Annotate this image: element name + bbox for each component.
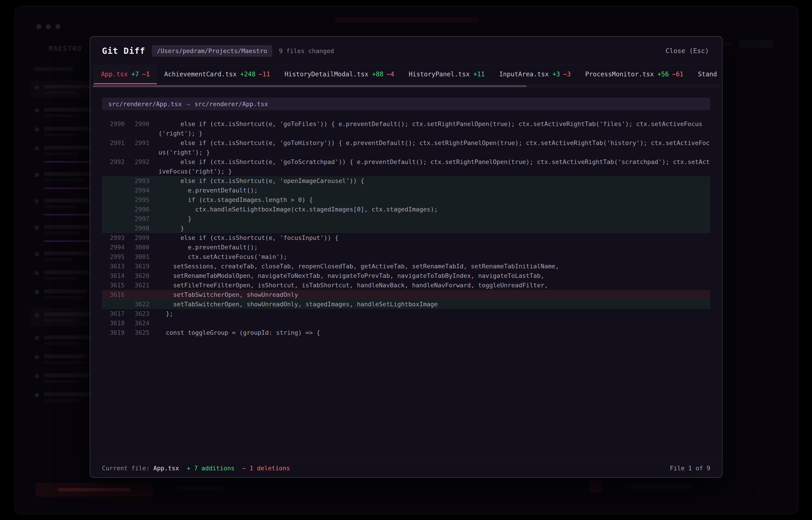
footer-deletions: − 1 deletions [242, 465, 290, 472]
line-number-new: 2999 [125, 233, 149, 242]
git-diff-modal: Git Diff /Users/pedram/Projects/Maestro … [90, 36, 722, 478]
line-number-old: 3617 [102, 309, 125, 318]
tab-filename: App.tsx [101, 71, 128, 78]
modal-title: Git Diff [102, 46, 145, 56]
file-tab-app-tsx[interactable]: App.tsx+7−1 [94, 65, 157, 84]
line-number-new: 2998 [125, 224, 149, 233]
line-number-old: 3614 [102, 271, 125, 281]
diff-row-context: 29912991 else if (ctx.isShortcut(e, 'goT… [102, 138, 710, 157]
file-tab-historydetailmodal-tsx[interactable]: HistoryDetailModal.tsx+88−4 [277, 65, 401, 84]
line-number-new: 3000 [125, 242, 149, 252]
code-line: ctx.handleSetLightboxImage(ctx.stagedIma… [149, 205, 710, 214]
code-line: } [149, 224, 710, 233]
diff-row-add: 2995 if (ctx.stagedImages.length > 0) { [102, 195, 710, 205]
file-path-from: src/renderer/App.tsx [108, 101, 182, 107]
line-number-new: 3621 [125, 281, 149, 290]
modal-spacer [90, 337, 722, 459]
tab-deletions: −4 [387, 71, 394, 78]
tab-deletions: −3 [563, 71, 571, 78]
tab-filename: HistoryPanel.tsx [409, 71, 470, 78]
arrow-icon: → [186, 101, 190, 107]
line-number-old [102, 186, 125, 195]
tab-filename: HistoryDetailModal.tsx [285, 71, 368, 78]
tab-additions: +11 [473, 71, 485, 78]
diff-row-context: 36193625 const toggleGroup = (groupId: s… [102, 328, 710, 337]
code-line: setRenameTabModalOpen, navigateToNextTab… [149, 271, 710, 281]
code-line: } [149, 214, 710, 224]
tab-filename: ProcessMonitor.tsx [585, 71, 654, 78]
tab-additions: +3 [552, 71, 560, 78]
repo-path-badge: /Users/pedram/Projects/Maestro [152, 45, 272, 57]
file-tab-processmonitor-tsx[interactable]: ProcessMonitor.tsx+56−61 [578, 65, 691, 84]
code-line: setTabSwitcherOpen, showUnreadOnly [149, 290, 710, 300]
line-number-old: 3615 [102, 281, 125, 290]
diff-row-context: 29932999 else if (ctx.isShortcut(e, 'foc… [102, 233, 710, 242]
code-line: e.preventDefault(); [149, 186, 710, 195]
code-line: else if (ctx.isShortcut(e, 'openImageCar… [149, 176, 710, 186]
file-position-indicator: File 1 of 9 [670, 465, 710, 472]
modal-footer: Current file: App.tsx + 7 additions − 1 … [90, 459, 722, 477]
line-number-new: 3623 [125, 309, 149, 318]
diff-row-add: 2993 else if (ctx.isShortcut(e, 'openIma… [102, 176, 710, 186]
line-number-old: 2994 [102, 242, 125, 252]
diff-row-context: 36173623 }; [102, 309, 710, 318]
line-number-new: 2997 [125, 214, 149, 224]
line-number-new: 2991 [125, 138, 149, 157]
line-number-old: 3618 [102, 318, 125, 328]
modal-header: Git Diff /Users/pedram/Projects/Maestro … [90, 36, 722, 65]
code-line [149, 318, 710, 328]
tab-additions: +7 [131, 71, 139, 78]
line-number-old: 2992 [102, 157, 125, 176]
line-number-old: 3616 [102, 290, 125, 300]
diff-row-del: 3616 setTabSwitcherOpen, showUnreadOnly [102, 290, 710, 300]
line-number-new: 3622 [125, 300, 149, 309]
tabbar-scrollbar-thumb[interactable] [93, 85, 527, 87]
file-rename-header: src/renderer/App.tsx → src/renderer/App.… [102, 98, 710, 110]
file-tab-achievementcard-tsx[interactable]: AchievementCard.tsx+248−11 [157, 65, 277, 84]
line-number-new: 2995 [125, 195, 149, 205]
diff-row-context: 36183624 [102, 318, 710, 328]
tab-deletions: −11 [259, 71, 270, 78]
diff-row-context: 36133619 setSessions, createTab, closeTa… [102, 262, 710, 271]
line-number-new: 3620 [125, 271, 149, 281]
files-changed-count: 9 files changed [279, 47, 334, 54]
line-number-new: 3619 [125, 262, 149, 271]
code-line: if (ctx.stagedImages.length > 0) { [149, 195, 710, 205]
line-number-new: 3001 [125, 252, 149, 262]
code-line: else if (ctx.isShortcut(e, 'focusInput')… [149, 233, 710, 242]
tab-additions: +248 [240, 71, 255, 78]
diff-row-context: 29953001 ctx.setActiveFocus('main'); [102, 252, 710, 262]
line-number-old: 3613 [102, 262, 125, 271]
code-line: else if (ctx.isShortcut(e, 'goToScratchp… [149, 157, 710, 176]
close-button[interactable]: Close (Esc) [664, 47, 710, 55]
line-number-new: 2992 [125, 157, 149, 176]
line-number-new: 3625 [125, 328, 149, 337]
line-number-old [102, 205, 125, 214]
diff-row-add: 2998 } [102, 224, 710, 233]
line-number-old [102, 195, 125, 205]
tabbar-scrollbar [92, 85, 721, 87]
footer-additions: + 7 additions [187, 465, 235, 472]
current-file-name: App.tsx [153, 465, 179, 472]
code-line: setSessions, createTab, closeTab, reopen… [149, 262, 710, 271]
tab-additions: +56 [657, 71, 669, 78]
line-number-old: 2990 [102, 119, 125, 138]
tab-filename: Stand [698, 71, 717, 78]
diff-row-add: 2997 } [102, 214, 710, 224]
line-number-new: 3624 [125, 318, 149, 328]
file-tab-historypanel-tsx[interactable]: HistoryPanel.tsx+11 [401, 65, 492, 84]
file-tab-stand[interactable]: Stand [691, 65, 722, 84]
tab-deletions: −61 [672, 71, 684, 78]
code-line: else if (ctx.isShortcut(e, 'goToFiles'))… [149, 119, 710, 138]
line-number-old: 2993 [102, 233, 125, 242]
tab-additions: +88 [372, 71, 384, 78]
line-number-new: 2996 [125, 205, 149, 214]
current-file-label: Current file: [102, 465, 150, 472]
file-path-to: src/renderer/App.tsx [194, 101, 268, 107]
line-number-old: 2991 [102, 138, 125, 157]
line-number-old [102, 214, 125, 224]
code-line: else if (ctx.isShortcut(e, 'goToHistory'… [149, 138, 710, 157]
file-tab-inputarea-tsx[interactable]: InputArea.tsx+3−3 [492, 65, 578, 84]
line-number-new [125, 290, 149, 300]
file-tab-bar: App.tsx+7−1AchievementCard.tsx+248−11His… [90, 65, 722, 84]
